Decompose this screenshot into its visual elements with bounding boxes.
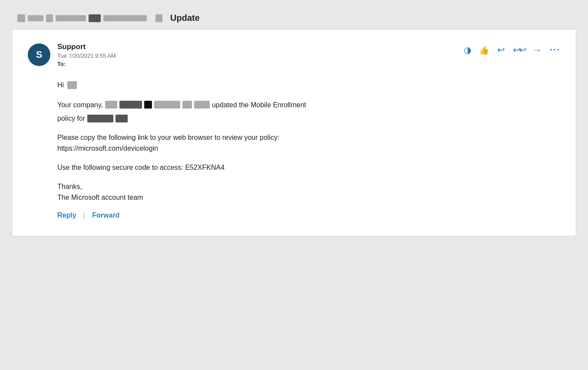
reply-all-icon[interactable]: ↩↩ [513, 45, 525, 55]
email-body: Hi Your company, updated the Mobile Enro… [28, 79, 560, 203]
policy-line-2: policy for [57, 113, 560, 124]
sender-date: Tue 7/20/2021 9:55 AM [57, 53, 464, 59]
forward-icon[interactable]: → [533, 45, 542, 55]
team-name: The Microsoft account team [57, 194, 143, 201]
redacted-name [67, 81, 77, 89]
greeting-line: Hi [57, 79, 560, 91]
link-intro: Please copy the following link to your w… [57, 132, 560, 154]
sender-to: To: [57, 61, 464, 67]
body-line2-pre: policy for [57, 113, 85, 124]
read-aloud-icon[interactable]: ◑ [464, 45, 471, 55]
link-url: https://microsoft.com/devicelogin [57, 145, 158, 152]
toolbar-block-4 [56, 15, 86, 21]
footer-divider: | [83, 211, 86, 220]
toolbar-block-1 [17, 14, 25, 22]
toolbar-block-5 [89, 14, 101, 22]
reply-icon[interactable]: ↩ [497, 45, 505, 55]
redacted-company-6 [194, 101, 210, 109]
email-header: S Support Tue 7/20/2021 9:55 AM To: ◑ 👍 … [28, 43, 560, 67]
sender-name: Support [57, 43, 464, 51]
redacted-device-1 [87, 115, 113, 122]
body-line1-pre: Your company, [57, 99, 103, 111]
sign-off: Thanks, The Microsoft account team [57, 181, 560, 203]
body-line1-post: updated the Mobile Enrollment [212, 99, 306, 111]
email-title: Update [170, 13, 200, 23]
toolbar-blocks [17, 14, 147, 22]
sender-info: Support Tue 7/20/2021 9:55 AM To: [57, 43, 464, 67]
greeting-text: Hi [57, 79, 64, 91]
redacted-device-2 [116, 115, 128, 122]
policy-line: Your company, updated the Mobile Enrollm… [57, 99, 560, 111]
toolbar-block-3 [46, 14, 53, 22]
forward-button[interactable]: Forward [92, 211, 119, 219]
toolbar-block-7 [155, 14, 162, 22]
top-bar: Update [9, 9, 579, 29]
avatar: S [28, 43, 50, 66]
more-actions-icon[interactable]: ··· [550, 44, 560, 56]
code-line: Use the following secure code to access:… [57, 162, 560, 173]
redacted-company-3 [144, 101, 152, 109]
redacted-company-2 [119, 101, 142, 109]
toolbar-block-2 [28, 15, 43, 21]
email-footer: Reply | Forward [28, 211, 560, 220]
like-icon[interactable]: 👍 [479, 45, 489, 55]
email-card: S Support Tue 7/20/2021 9:55 AM To: ◑ 👍 … [12, 29, 576, 236]
reply-button[interactable]: Reply [57, 211, 76, 219]
toolbar-block-6 [103, 15, 147, 21]
redacted-company-5 [182, 101, 192, 109]
email-actions: ◑ 👍 ↩ ↩↩ → ··· [464, 44, 560, 56]
redacted-company-1 [105, 101, 117, 109]
redacted-company-4 [154, 101, 180, 109]
